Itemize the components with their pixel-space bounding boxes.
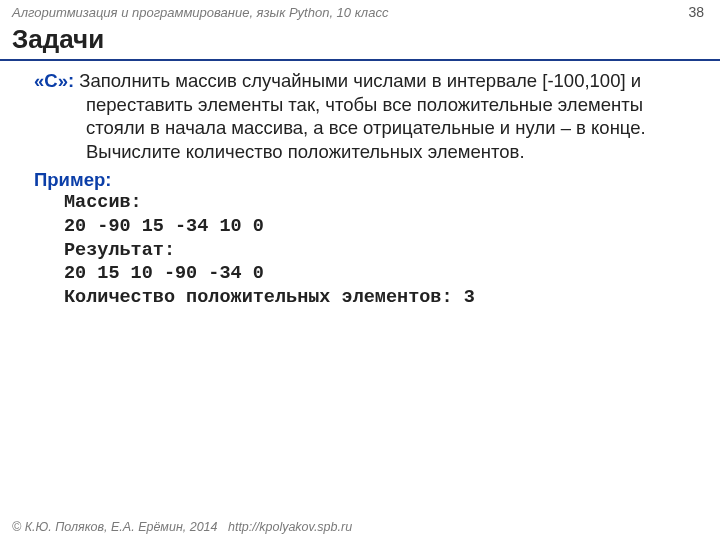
footer-copyright: © К.Ю. Поляков, Е.А. Ерёмин, 2014: [12, 520, 218, 534]
example-line-4: Количество положительных элементов: 3: [34, 286, 692, 310]
example-line-3: 20 15 10 -90 -34 0: [34, 262, 692, 286]
task-block: «С»: Заполнить массив случайными числами…: [34, 69, 692, 164]
footer-link[interactable]: http://kpolyakov.spb.ru: [228, 520, 352, 534]
slide: Алгоритмизация и программирование, язык …: [0, 0, 720, 540]
page-number: 38: [688, 4, 704, 20]
course-title: Алгоритмизация и программирование, язык …: [12, 5, 388, 20]
slide-footer: © К.Ю. Поляков, Е.А. Ерёмин, 2014 http:/…: [0, 516, 720, 540]
page-title: Задачи: [0, 22, 720, 61]
example-line-0: Массив:: [34, 191, 692, 215]
example-line-2: Результат:: [34, 239, 692, 263]
task-label: «С»:: [34, 70, 74, 91]
example-line-1: 20 -90 15 -34 10 0: [34, 215, 692, 239]
slide-body: «С»: Заполнить массив случайными числами…: [0, 61, 720, 516]
task-text: Заполнить массив случайными числами в ин…: [74, 70, 646, 162]
slide-header: Алгоритмизация и программирование, язык …: [0, 0, 720, 22]
example-label: Пример:: [34, 168, 692, 192]
